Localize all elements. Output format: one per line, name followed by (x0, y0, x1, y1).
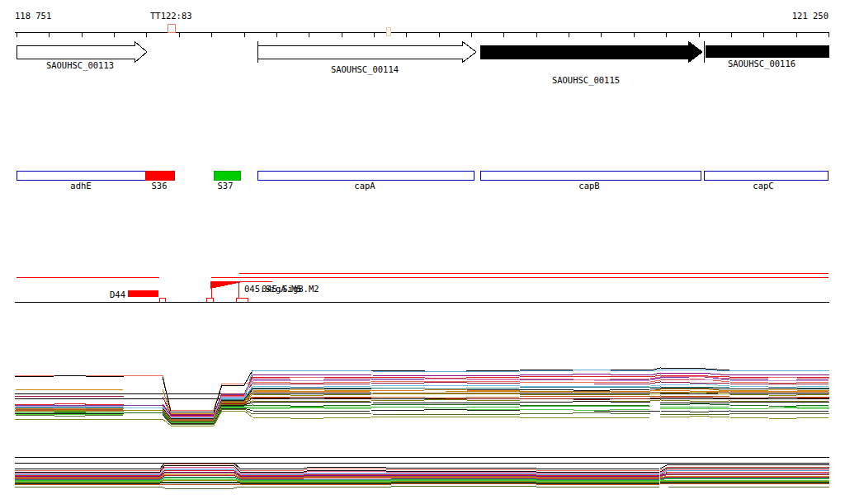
tt-marker-box[interactable] (168, 24, 175, 32)
ruler-start-label: 118 751 (15, 11, 51, 21)
gene-arrow-SAOUHSC_00114[interactable] (257, 41, 476, 63)
orf-box-capA[interactable] (257, 171, 474, 180)
sigb-marker-box[interactable] (206, 298, 213, 302)
genome-browser-canvas: 118 751TT122:83121 250SAOUHSC_00113SAOUH… (0, 0, 845, 504)
d44-block[interactable] (128, 290, 158, 297)
ruler-end-label: 121 250 (792, 11, 828, 21)
orf-label: S36 (152, 181, 168, 191)
sigb-wedge (210, 282, 242, 289)
tt-marker-label: TT122:83 (150, 11, 192, 21)
gene-label: SAOUHSC_00113 (46, 60, 114, 70)
gene-label: SAOUHSC_00114 (331, 64, 399, 74)
gene-arrow-SAOUHSC_00115[interactable] (480, 41, 702, 63)
sigb-marker-box[interactable] (236, 298, 248, 302)
gene-label: SAOUHSC_00116 (728, 59, 795, 68)
orf-box-adhE[interactable] (17, 171, 145, 180)
gene-label: SAOUHSC_00115 (552, 75, 620, 85)
orf-box-capC[interactable] (704, 171, 828, 180)
orf-label: capA (354, 181, 375, 191)
orf-box-S36[interactable] (145, 171, 174, 180)
orf-box-capB[interactable] (480, 171, 701, 180)
sigb-marker-box[interactable] (159, 298, 165, 302)
tracks-svg (0, 0, 845, 504)
profile-line-bottom (15, 463, 829, 469)
orf-label: capB (578, 181, 599, 191)
profile-line-bottom (15, 487, 829, 489)
faint-marker[interactable] (386, 27, 390, 35)
orf-label: S37 (218, 181, 234, 191)
orf-label: adhE (70, 181, 91, 191)
orf-box-S37[interactable] (214, 171, 240, 180)
d44-label: D44 (110, 290, 125, 299)
orf-label: capC (753, 181, 773, 191)
gene-box-SAOUHSC_00116[interactable] (706, 45, 828, 57)
motif-label: 045.SigB.M2 (262, 284, 319, 294)
